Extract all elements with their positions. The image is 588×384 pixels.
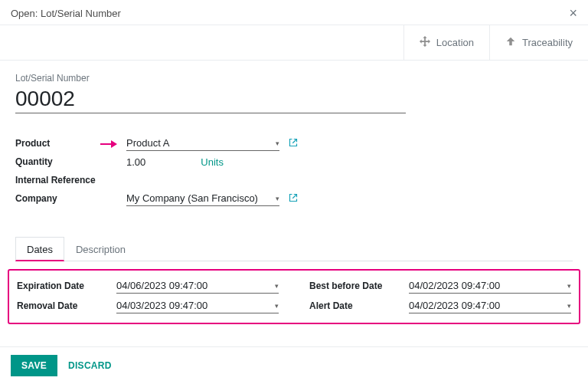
company-value: My Company (San Francisco): [126, 192, 258, 204]
arrow-up-icon: [505, 36, 516, 49]
removal-date-field[interactable]: 04/03/2023 09:47:00 ▾: [116, 298, 279, 313]
chevron-down-icon: ▾: [275, 282, 279, 290]
product-select[interactable]: Product A ▾: [126, 136, 279, 151]
form-fields: Product Product A ▾ Quantity 1.00 Units: [15, 135, 573, 207]
expiration-date-value: 04/06/2023 09:47:00: [116, 280, 207, 291]
dates-panel-highlight: Expiration Date 04/06/2023 09:47:00 ▾ Re…: [8, 269, 580, 324]
chevron-down-icon: ▾: [567, 282, 571, 290]
best-before-date-value: 04/02/2023 09:47:00: [409, 280, 500, 291]
lot-serial-label: Lot/Serial Number: [15, 73, 573, 84]
close-icon[interactable]: ×: [569, 6, 577, 20]
external-link-icon[interactable]: [289, 138, 298, 149]
tab-description[interactable]: Description: [64, 237, 137, 261]
removal-date-label: Removal Date: [17, 300, 116, 311]
tab-bar: Dates Description: [15, 236, 573, 261]
form-content: Lot/Serial Number 00002 Product Product …: [0, 61, 588, 207]
best-before-date-label: Best before Date: [309, 281, 409, 291]
external-link-icon[interactable]: [289, 193, 298, 205]
discard-button[interactable]: DISCARD: [68, 360, 112, 371]
lot-serial-value[interactable]: 00002: [15, 87, 406, 113]
traceability-button[interactable]: Traceability: [489, 25, 588, 60]
traceability-label: Traceability: [522, 37, 573, 48]
modal-footer: SAVE DISCARD: [0, 346, 588, 384]
expiration-date-label: Expiration Date: [17, 281, 116, 291]
chevron-down-icon: ▾: [275, 302, 279, 310]
best-before-date-field[interactable]: 04/02/2023 09:47:00 ▾: [409, 278, 571, 294]
tab-dates[interactable]: Dates: [15, 237, 64, 261]
chevron-down-icon: ▾: [276, 139, 279, 147]
alert-date-field[interactable]: 04/02/2023 09:47:00 ▾: [409, 298, 571, 313]
chevron-down-icon: ▾: [276, 195, 279, 202]
expiration-date-field[interactable]: 04/06/2023 09:47:00 ▾: [116, 278, 279, 294]
product-value: Product A: [126, 137, 169, 149]
arrow-right-icon: [100, 139, 119, 149]
product-label: Product: [15, 138, 126, 149]
action-bar: Location Traceability: [0, 25, 588, 61]
company-select[interactable]: My Company (San Francisco) ▾: [126, 191, 279, 206]
alert-date-label: Alert Date: [309, 300, 409, 311]
units-link[interactable]: Units: [201, 156, 224, 168]
modal-header: Open: Lot/Serial Number ×: [0, 0, 588, 25]
company-label: Company: [15, 193, 126, 204]
quantity-label: Quantity: [15, 156, 126, 167]
location-label: Location: [436, 37, 474, 48]
quantity-value: 1.00: [126, 156, 145, 168]
location-button[interactable]: Location: [403, 25, 489, 60]
chevron-down-icon: ▾: [567, 302, 571, 310]
removal-date-value: 04/03/2023 09:47:00: [116, 300, 207, 311]
move-icon: [420, 36, 430, 49]
internal-reference-label: Internal Reference: [15, 175, 126, 185]
modal-title: Open: Lot/Serial Number: [11, 8, 121, 19]
alert-date-value: 04/02/2023 09:47:00: [409, 300, 500, 311]
save-button[interactable]: SAVE: [11, 355, 57, 376]
